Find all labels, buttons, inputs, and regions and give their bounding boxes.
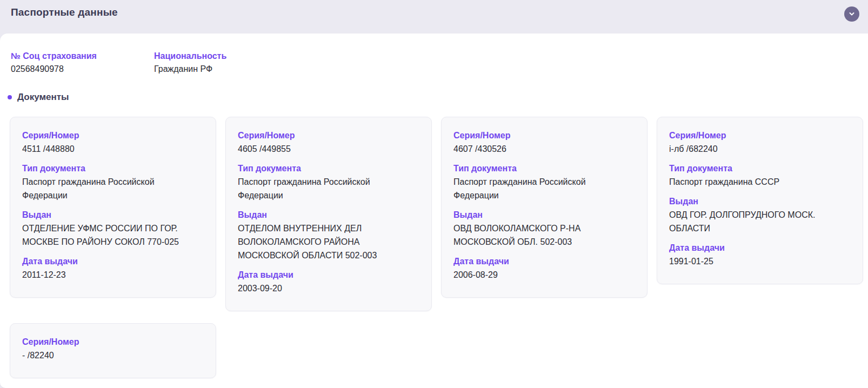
doc-serial-label: Серия/Номер: [238, 130, 417, 142]
field-label: № Соц страхования: [11, 51, 143, 62]
documents-section-header: Документы: [8, 92, 860, 103]
doc-issued-by-label: Выдан: [22, 209, 202, 221]
doc-serial-label: Серия/Номер: [22, 130, 202, 142]
doc-issue-date-label: Дата выдачи: [238, 269, 417, 281]
collapse-panel-button[interactable]: [844, 6, 859, 22]
doc-issued-by-group: Выдан ОВД ВОЛОКОЛАМСКОГО Р-НА МОСКОВСКОЙ…: [453, 209, 633, 249]
doc-issued-by-group: Выдан ОТДЕЛЕНИЕ УФМС РОССИИ ПО ГОР. МОСК…: [22, 209, 202, 249]
documents-row-1: Серия/Номер 4511 /448880 Тип документа П…: [10, 117, 860, 311]
doc-issue-date-value: 2003-09-20: [238, 282, 417, 295]
doc-issued-by-label: Выдан: [669, 196, 849, 208]
doc-issue-date-label: Дата выдачи: [22, 256, 202, 267]
doc-type-value: Паспорт гражданина Российской Федерации: [22, 175, 202, 202]
doc-issue-date-value: 2006-08-29: [453, 268, 633, 282]
doc-issued-by-value: ОТДЕЛОМ ВНУТРЕННИХ ДЕЛ ВОЛОКОЛАМСКОГО РА…: [238, 222, 417, 262]
doc-issue-date-group: Дата выдачи 1991-01-25: [669, 242, 849, 268]
doc-issue-date-group: Дата выдачи 2011-12-23: [22, 256, 202, 282]
doc-serial-group: Серия/Номер - /82240: [22, 336, 202, 362]
document-card: Серия/Номер - /82240: [10, 323, 216, 378]
doc-issued-by-group: Выдан ОТДЕЛОМ ВНУТРЕННИХ ДЕЛ ВОЛОКОЛАМСК…: [238, 209, 417, 262]
doc-type-label: Тип документа: [669, 163, 849, 175]
doc-type-label: Тип документа: [453, 163, 633, 175]
doc-issue-date-label: Дата выдачи: [669, 242, 849, 254]
documents-row-2: Серия/Номер - /82240: [10, 323, 860, 378]
document-card: Серия/Номер 4607 /430526 Тип документа П…: [441, 117, 647, 298]
doc-issue-date-label: Дата выдачи: [453, 256, 633, 267]
doc-issued-by-value: ОВД ГОР. ДОЛГОПРУДНОГО МОСК. ОБЛАСТИ: [669, 208, 849, 235]
doc-serial-label: Серия/Номер: [453, 130, 633, 142]
doc-issued-by-label: Выдан: [453, 209, 633, 221]
doc-issue-date-value: 1991-01-25: [669, 255, 849, 268]
bullet-icon: [8, 95, 12, 99]
top-fields-row: № Соц страхования 02568490978 Национальн…: [10, 51, 860, 76]
page-title: Паспортные данные: [11, 6, 118, 18]
doc-type-label: Тип документа: [238, 163, 417, 175]
document-card: Серия/Номер i-лб /682240 Тип документа П…: [657, 117, 863, 284]
documents-section-title: Документы: [17, 92, 69, 103]
field-nationality: Национальность Гражданин РФ: [154, 51, 297, 76]
doc-serial-value: i-лб /682240: [669, 142, 849, 156]
passport-panel-body: № Соц страхования 02568490978 Национальн…: [0, 34, 868, 388]
field-label: Национальность: [154, 51, 286, 62]
doc-issued-by-group: Выдан ОВД ГОР. ДОЛГОПРУДНОГО МОСК. ОБЛАС…: [669, 196, 849, 235]
doc-serial-label: Серия/Номер: [22, 336, 202, 348]
doc-issue-date-value: 2011-12-23: [22, 268, 202, 282]
document-card: Серия/Номер 4511 /448880 Тип документа П…: [10, 117, 216, 298]
doc-type-value: Паспорт гражданина СССР: [669, 175, 849, 189]
field-value: Гражданин РФ: [154, 63, 286, 76]
document-card: Серия/Номер 4605 /449855 Тип документа П…: [225, 117, 432, 311]
doc-serial-value: - /82240: [22, 349, 202, 362]
doc-issue-date-group: Дата выдачи 2006-08-29: [453, 256, 633, 282]
doc-issued-by-value: ОТДЕЛЕНИЕ УФМС РОССИИ ПО ГОР. МОСКВЕ ПО …: [22, 222, 202, 249]
doc-serial-label: Серия/Номер: [669, 130, 849, 142]
doc-serial-value: 4607 /430526: [453, 142, 633, 156]
doc-serial-group: Серия/Номер 4511 /448880: [22, 130, 202, 156]
doc-type-value: Паспорт гражданина Российской Федерации: [453, 175, 633, 202]
doc-type-group: Тип документа Паспорт гражданина Российс…: [22, 163, 202, 202]
doc-serial-value: 4605 /449855: [238, 142, 417, 156]
doc-issued-by-value: ОВД ВОЛОКОЛАМСКОГО Р-НА МОСКОВСКОЙ ОБЛ. …: [453, 222, 633, 249]
doc-type-label: Тип документа: [22, 163, 202, 175]
doc-type-group: Тип документа Паспорт гражданина СССР: [669, 163, 849, 189]
doc-type-value: Паспорт гражданина Российской Федерации: [238, 175, 417, 202]
chevron-down-icon: [848, 10, 856, 18]
doc-serial-group: Серия/Номер 4605 /449855: [238, 130, 417, 156]
doc-serial-group: Серия/Номер i-лб /682240: [669, 130, 849, 156]
field-social-insurance: № Соц страхования 02568490978: [11, 51, 154, 76]
passport-panel-header: Паспортные данные: [0, 0, 868, 34]
doc-serial-value: 4511 /448880: [22, 142, 202, 156]
doc-issued-by-label: Выдан: [238, 209, 417, 221]
doc-serial-group: Серия/Номер 4607 /430526: [453, 130, 633, 156]
doc-issue-date-group: Дата выдачи 2003-09-20: [238, 269, 417, 295]
field-value: 02568490978: [11, 63, 143, 76]
doc-type-group: Тип документа Паспорт гражданина Российс…: [453, 163, 633, 202]
doc-type-group: Тип документа Паспорт гражданина Российс…: [238, 163, 417, 202]
